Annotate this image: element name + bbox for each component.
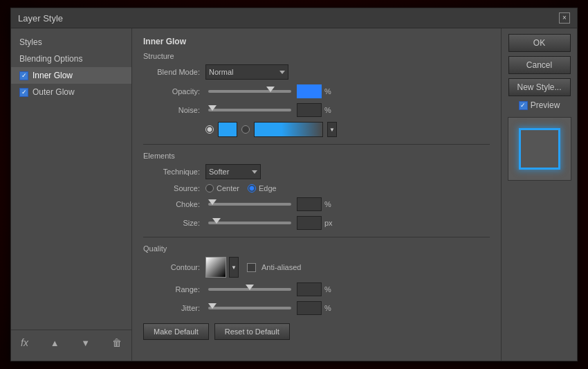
blend-mode-row: Blend Mode: Normal Dissolve Multiply Scr… <box>143 64 490 80</box>
color-row: ▼ <box>205 122 490 137</box>
gradient-dropdown-btn[interactable]: ▼ <box>327 122 337 137</box>
main-panel: Inner Glow Structure Blend Mode: Normal … <box>132 28 501 361</box>
blend-mode-select[interactable]: Normal Dissolve Multiply Screen Overlay <box>205 64 288 80</box>
noise-input[interactable]: 0 <box>297 103 322 117</box>
source-edge-radio[interactable] <box>248 184 256 192</box>
contour-inner <box>206 258 226 277</box>
title-bar: Layer Style × <box>11 8 577 28</box>
move-up-button[interactable]: ▲ <box>48 336 62 350</box>
cancel-button[interactable]: Cancel <box>508 56 571 74</box>
color-swatch[interactable] <box>218 122 237 137</box>
solid-color-radio[interactable] <box>205 125 214 134</box>
source-center-radio[interactable] <box>205 184 214 192</box>
size-slider-thumb[interactable] <box>212 218 221 224</box>
technique-label: Technique: <box>143 168 205 176</box>
preview-text: Preview <box>531 100 560 110</box>
preview-square <box>519 128 560 170</box>
divider-1 <box>143 144 490 145</box>
noise-row: Noise: 0 % <box>143 103 490 117</box>
sidebar-item-inner-glow[interactable]: Inner Glow <box>11 67 131 84</box>
jitter-group: 0 % <box>205 301 490 315</box>
source-group: Center Edge <box>205 184 277 192</box>
choke-group: 0 % <box>205 197 490 211</box>
preview-canvas <box>508 117 571 181</box>
range-group: 45 % <box>205 282 490 296</box>
source-label: Source: <box>143 184 205 192</box>
jitter-row: Jitter: 0 % <box>143 301 490 315</box>
choke-input[interactable]: 0 <box>297 197 322 211</box>
noise-group: 0 % <box>205 103 490 117</box>
opacity-unit: % <box>324 87 336 96</box>
dialog-title: Layer Style <box>18 13 63 24</box>
noise-slider-thumb[interactable] <box>208 105 217 111</box>
preview-label[interactable]: Preview <box>519 100 560 110</box>
sidebar-item-styles[interactable]: Styles <box>11 34 131 51</box>
sidebar-item-outer-glow[interactable]: Outer Glow <box>11 84 131 100</box>
opacity-slider-track[interactable] <box>208 90 291 93</box>
gradient-radio[interactable] <box>241 125 250 134</box>
preview-checkbox[interactable] <box>519 101 528 110</box>
choke-slider-thumb[interactable] <box>208 199 217 205</box>
source-center-option[interactable]: Center <box>205 184 239 192</box>
contour-dropdown-btn[interactable]: ▼ <box>229 257 239 278</box>
section-title: Inner Glow <box>143 37 490 46</box>
structure-label: Structure <box>143 52 490 60</box>
close-button[interactable]: × <box>559 12 570 24</box>
technique-select[interactable]: Softer Precise <box>205 164 261 179</box>
layer-style-dialog: Layer Style × Styles Blending Options In… <box>10 8 578 361</box>
choke-slider-track[interactable] <box>208 203 291 206</box>
left-panel-footer: fx ▲ ▼ 🗑 <box>11 330 131 355</box>
choke-row: Choke: 0 % <box>143 197 490 211</box>
elements-label: Elements <box>143 152 490 160</box>
move-down-button[interactable]: ▼ <box>78 336 93 350</box>
size-row: Size: 3 px <box>143 216 490 230</box>
ok-button[interactable]: OK <box>508 34 571 52</box>
make-default-button[interactable]: Make Default <box>143 323 209 340</box>
opacity-slider-thumb[interactable] <box>266 87 275 92</box>
size-input[interactable]: 3 <box>297 216 322 230</box>
size-group: 3 px <box>205 216 490 230</box>
anti-aliased-row: Anti-aliased <box>247 263 301 272</box>
sidebar-item-blending-options[interactable]: Blending Options <box>11 51 131 67</box>
reset-to-default-button[interactable]: Reset to Default <box>214 323 290 340</box>
jitter-unit: % <box>324 304 336 312</box>
right-panel: OK Cancel New Style... Preview <box>501 28 577 361</box>
range-label: Range: <box>143 285 205 294</box>
contour-preview[interactable] <box>205 257 226 278</box>
noise-unit: % <box>324 106 336 114</box>
blend-mode-label: Blend Mode: <box>143 68 205 76</box>
fx-button[interactable]: fx <box>18 336 31 350</box>
size-label: Size: <box>143 219 205 227</box>
gradient-preview[interactable] <box>254 122 323 137</box>
size-slider-track[interactable] <box>208 222 291 224</box>
blend-mode-group: Normal Dissolve Multiply Screen Overlay <box>205 64 490 80</box>
bottom-buttons: Make Default Reset to Default <box>143 323 490 340</box>
choke-label: Choke: <box>143 200 205 208</box>
range-row: Range: 45 % <box>143 282 490 296</box>
opacity-input[interactable]: 83 <box>297 84 322 98</box>
outer-glow-checkbox[interactable] <box>19 88 28 97</box>
range-slider-thumb[interactable] <box>246 285 254 290</box>
quality-label: Quality <box>143 244 490 253</box>
source-row: Source: Center Edge <box>143 184 490 192</box>
technique-row: Technique: Softer Precise <box>143 164 490 179</box>
contour-row: Contour: ▼ Anti-aliased <box>143 257 490 278</box>
technique-group: Softer Precise <box>205 164 490 179</box>
contour-group: ▼ Anti-aliased <box>205 257 490 278</box>
noise-slider-track[interactable] <box>208 109 291 111</box>
opacity-group: 83 % <box>205 84 490 98</box>
new-style-button[interactable]: New Style... <box>508 78 571 96</box>
jitter-slider-thumb[interactable] <box>208 303 217 309</box>
jitter-slider-track[interactable] <box>208 307 291 309</box>
source-edge-option[interactable]: Edge <box>248 184 277 192</box>
noise-label: Noise: <box>143 106 205 114</box>
range-input[interactable]: 45 <box>297 282 322 296</box>
range-slider-track[interactable] <box>208 288 291 291</box>
inner-glow-checkbox[interactable] <box>19 71 28 80</box>
anti-aliased-label: Anti-aliased <box>261 263 301 271</box>
left-panel: Styles Blending Options Inner Glow Outer… <box>11 28 132 361</box>
jitter-input[interactable]: 0 <box>297 301 322 315</box>
delete-button[interactable]: 🗑 <box>109 336 125 350</box>
divider-2 <box>143 237 490 237</box>
anti-aliased-checkbox[interactable] <box>247 263 256 272</box>
